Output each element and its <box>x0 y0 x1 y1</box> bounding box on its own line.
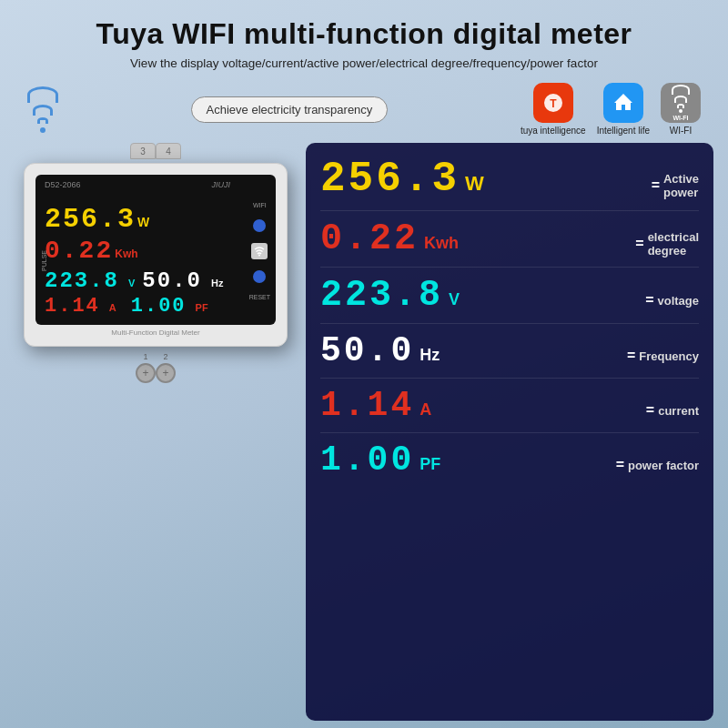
kwh-value: 0.22 <box>45 237 113 265</box>
active-power-label: = Active power <box>652 172 699 199</box>
achieve-badge: Achieve electricity transparency <box>191 96 389 123</box>
elec-label: = electrical degree <box>635 230 699 258</box>
current-pf-row: 1.14 A 1.00 PF <box>45 295 267 318</box>
wifi-arc-sm <box>677 104 684 108</box>
power-value: 256.3 <box>45 204 136 235</box>
sub-title: View the display voltage/current/active … <box>18 56 710 70</box>
wifi-btn-label: WIFI <box>253 202 267 208</box>
elec-value: 0.22 <box>320 218 419 259</box>
life-icon <box>603 83 643 123</box>
frequency-unit-display: Hz <box>211 278 223 288</box>
metric-elec: 0.22Kwh = electrical degree <box>320 218 699 259</box>
kwh-unit: Kwh <box>115 248 137 260</box>
metric-frequency: 50.0Hz = Frequency <box>320 331 699 370</box>
svg-text:T: T <box>550 97 557 110</box>
voltage-metric-unit: V <box>449 290 460 309</box>
reset-button[interactable] <box>253 270 266 283</box>
right-panel: 256.3W = Active power 0.22Kwh = electric… <box>306 143 713 721</box>
divider-2 <box>320 267 699 268</box>
main-title: Tuya WIFI multi-function digital meter <box>18 16 710 51</box>
terminal-num-1: 1 <box>143 352 147 361</box>
wifi-dot-sm <box>679 109 682 113</box>
app-item-life[interactable]: Intelligent life <box>597 83 650 136</box>
current-label: = current <box>646 402 699 419</box>
wifi-large-icon <box>27 86 58 133</box>
header: Tuya WIFI multi-function digital meter V… <box>0 0 728 76</box>
terminal-screw-1 <box>136 363 156 383</box>
terminal-2: 2 <box>156 352 176 383</box>
volt-freq-row: 223.8 V 50.0 Hz <box>45 268 267 293</box>
wifi-small-icon <box>672 85 690 113</box>
svg-marker-2 <box>614 94 632 110</box>
pulse-label: PULSE <box>41 250 47 271</box>
device-section: 3 4 D52-2066 JIUJI 256.3 W 0.22 <box>15 143 297 721</box>
current-metric-value: 1.14 <box>320 386 414 425</box>
device-body: D52-2066 JIUJI 256.3 W 0.22 Kwh 223.8 <box>24 163 288 347</box>
pf-value: 1.00 <box>131 295 187 318</box>
divider-3 <box>320 323 699 324</box>
device-screen: D52-2066 JIUJI 256.3 W 0.22 Kwh 223.8 <box>35 175 276 325</box>
freq-metric-unit: Hz <box>420 346 440 365</box>
terminals: 1 2 <box>117 352 194 383</box>
svg-point-3 <box>258 255 260 257</box>
wifi-arc-lg <box>672 85 690 95</box>
terminal-num-2: 2 <box>163 352 167 361</box>
pf-unit-display: PF <box>196 302 208 313</box>
main-content: 3 4 D52-2066 JIUJI 256.3 W 0.22 <box>0 139 728 728</box>
freq-metric-value: 50.0 <box>320 331 414 370</box>
wifi-app-icon: WI-FI <box>661 83 701 123</box>
voltage-metric-value: 223.8 <box>320 275 443 316</box>
terminal-1: 1 <box>136 352 156 383</box>
wifi-arc-md <box>674 96 687 103</box>
model-label: D52-2066 <box>45 180 81 189</box>
rail-clips: 3 4 <box>103 143 208 159</box>
wifi-label: WI-FI <box>670 126 692 136</box>
voltage-label: = voltage <box>645 292 699 308</box>
current-metric-unit: A <box>420 400 431 420</box>
wifi-dot <box>40 127 46 133</box>
voltage-unit-display: V <box>128 278 135 288</box>
side-buttons: WIFI RESET <box>249 202 270 300</box>
metric-voltage: 223.8V = voltage <box>320 275 699 316</box>
divider-1 <box>320 210 699 211</box>
brand-label: JIUJI <box>211 180 230 189</box>
power-row: 256.3 W <box>45 204 267 235</box>
frequency-value: 50.0 <box>142 268 202 293</box>
wifi-text: WI-FI <box>672 115 688 121</box>
wifi-button[interactable] <box>253 219 266 232</box>
reset-btn-label: RESET <box>249 294 270 300</box>
app-item-wifi[interactable]: WI-FI WI-FI <box>661 83 701 136</box>
wifi-arc-small <box>37 117 48 124</box>
divider-5 <box>320 432 699 433</box>
kwh-row: 0.22 Kwh <box>45 237 267 265</box>
active-power-unit: W <box>465 172 484 196</box>
pf-metric-unit: PF <box>420 455 440 474</box>
page-wrapper: Tuya WIFI multi-function digital meter V… <box>0 0 728 728</box>
wifi-arc-large <box>27 86 58 103</box>
active-power-value: 256.3 <box>320 156 460 203</box>
wifi-arc-medium <box>33 105 53 116</box>
power-unit: W <box>137 215 149 229</box>
frequency-label: = Frequency <box>627 348 699 364</box>
metric-current: 1.14A = current <box>320 386 699 425</box>
meter-footer: Multi-Function Digital Meter <box>32 329 279 339</box>
clip-3: 3 <box>130 143 156 159</box>
clip-4: 4 <box>156 143 181 159</box>
pf-metric-value: 1.00 <box>320 440 414 480</box>
wifi-indicator <box>251 243 268 259</box>
feature-row: Achieve electricity transparency T tuya … <box>0 76 728 139</box>
current-value: 1.14 <box>45 295 100 318</box>
voltage-value: 223.8 <box>45 268 119 293</box>
terminal-screw-2 <box>156 363 176 383</box>
tuya-icon: T <box>533 83 573 123</box>
divider-4 <box>320 378 699 379</box>
metric-pf: 1.00PF = power factor <box>320 440 699 480</box>
apps-row: T tuya intelligence Intelligent life <box>521 83 701 136</box>
pf-label: = power factor <box>616 457 699 473</box>
app-item-tuya[interactable]: T tuya intelligence <box>521 83 586 136</box>
tuya-label: tuya intelligence <box>521 126 586 136</box>
current-unit-display: A <box>109 302 116 313</box>
elec-unit: Kwh <box>424 234 459 253</box>
life-label: Intelligent life <box>597 126 650 136</box>
metric-active-power: 256.3W = Active power <box>320 156 699 203</box>
